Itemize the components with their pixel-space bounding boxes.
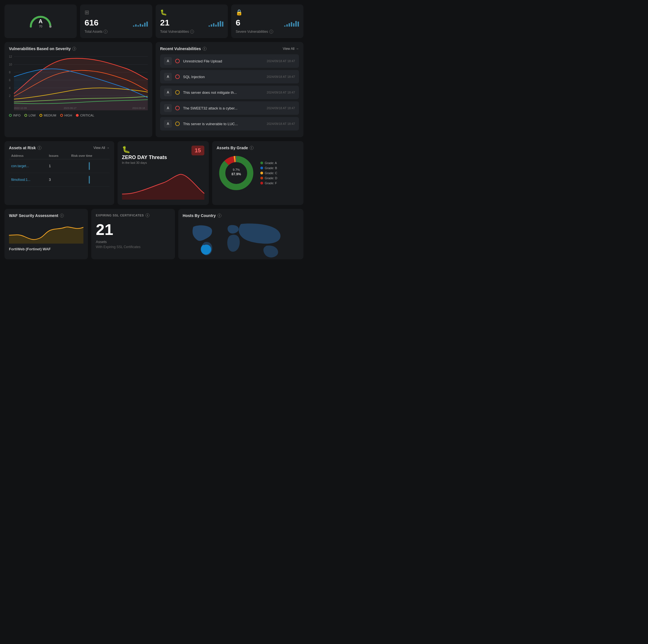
grade-gauge: A 70 [28,13,53,29]
ssl-title: EXPIRING SSL CERTIFICATES i [96,213,170,217]
spark-bar [142,24,143,27]
assets-grade-title: Assets By Grade i [217,146,299,150]
ssl-label: Assets [96,240,170,244]
svg-point-0 [49,26,52,28]
table-row[interactable]: con.target... 1 [9,159,110,173]
severe-value: 6 [236,18,240,28]
asset-issues: 1 [47,159,69,173]
recent-vulns-info-icon[interactable]: i [203,47,207,51]
top-metrics-row: A 70 ⊞ 616 Total Assets [4,4,304,38]
critical-label: CRITICAL [80,114,94,117]
assets-sparkline [133,19,148,27]
severe-info-icon[interactable]: i [269,30,273,34]
spark-bar [133,26,134,27]
vulns-value: 21 [160,18,169,28]
waf-info-icon[interactable]: i [60,214,64,217]
grade-card: A 70 [4,4,77,38]
grade-dot-b [260,166,263,169]
second-row: Vulnerabilities Based on Severity i 12 1… [4,42,304,137]
spark-bar [291,22,292,27]
vuln-time: 2024/09/18 AT 18:47 [267,91,295,94]
waf-chart [9,221,84,244]
svg-text:2022-12-09: 2022-12-09 [14,107,27,109]
assets-value: 616 [85,18,99,28]
total-vulns-card: 🐛 21 Total Vulnerabilities i [156,4,228,38]
vuln-time: 2024/09/18 AT 18:47 [267,59,295,63]
col-issues: Issues [47,152,69,159]
svg-text:12: 12 [9,55,12,58]
table-row[interactable]: filmofood:1... 3 [9,173,110,187]
vuln-chart-svg: 12 10 8 6 4 2 [9,54,148,110]
spark-bar [298,21,299,27]
spark-bar [215,24,217,27]
vuln-item[interactable]: A SQL Injection 2024/09/18 AT 18:47 [160,70,299,84]
vuln-badge: A [164,120,172,128]
grade-score: 70 [39,24,42,28]
vuln-badge: A [164,104,172,112]
grade-legend-d: Grade: D [260,177,277,180]
waf-card: WAF Security Assessment i FortiWeb (Fort… [4,209,88,259]
legend-high: HIGH [60,114,72,117]
assets-view-all-button[interactable]: View All → [94,146,110,150]
vuln-chart-info-icon[interactable]: i [72,47,76,51]
vuln-time: 2024/09/18 AT 18:47 [267,75,295,79]
legend-dot-low [24,114,27,117]
vuln-name: This server does not mitigate th... [183,90,263,95]
assets-at-risk-card: Assets at Risk i View All → Address Issu… [4,141,114,205]
grade-legend-a: Grade: A [260,161,277,165]
asset-issues: 3 [47,173,69,187]
vulns-info-icon[interactable]: i [190,30,194,34]
assets-at-risk-header: Assets at Risk i View All → [9,146,110,150]
grade-legend-c: Grade: C [260,171,277,175]
legend-medium: MEDIUM [40,114,56,117]
world-map-svg [183,221,299,258]
vuln-item[interactable]: A This server is vulnerable to LUC... 20… [160,117,299,131]
vuln-line-chart: 12 10 8 6 4 2 [9,54,148,110]
vuln-chart-title: Vulnerabilities Based on Severity i [9,47,148,51]
country-info-icon[interactable]: i [217,214,221,217]
svg-text:2: 2 [9,94,11,97]
assets-grade-info-icon[interactable]: i [250,146,254,150]
vuln-item[interactable]: A The SWEET32 attack is a cyber... 2024/… [160,101,299,115]
recent-vulns-title: Recent Vulnerabilities i [160,47,207,51]
vuln-badge: A [164,57,172,65]
vulns-metric-top: 21 [160,18,223,28]
assets-at-risk-title: Assets at Risk i [9,146,42,150]
svg-text:10: 10 [9,63,12,66]
ssl-info-icon[interactable]: i [146,213,150,217]
ssl-card: EXPIRING SSL CERTIFICATES i 21 Assets Wi… [91,209,175,259]
donut-container: 9.7% 87.9% Grade: A Grade: B Grade: C [217,153,299,193]
vuln-item[interactable]: A Unrestricted File Upload 2024/09/18 AT… [160,54,299,68]
vulns-label: Total Vulnerabilities i [160,30,223,34]
spark-bar [146,21,148,27]
risk-bar [89,176,90,184]
zero-day-chart [122,169,204,200]
vuln-name: The SWEET32 attack is a cyber... [183,106,263,110]
assets-info-icon[interactable]: i [104,30,107,34]
vuln-item[interactable]: A This server does not mitigate th... 20… [160,86,299,99]
severe-sparkline [284,19,299,27]
view-all-button[interactable]: View All → [283,47,299,51]
asset-address[interactable]: con.target... [11,164,29,168]
legend-dot-critical [76,114,79,117]
severity-icon-high [175,106,180,110]
zero-day-count: 15 [192,146,204,155]
ssl-sublabel: With Expiring SSL Certificates [96,245,170,249]
severe-vulns-card: 🔒 6 Severe Vulnerabilities i [231,4,304,38]
legend-info: INFO [9,114,20,117]
assets-by-grade-card: Assets By Grade i 9.7% [212,141,304,205]
assets-icon: ⊞ [85,9,148,16]
donut-chart-svg: 9.7% 87.9% [217,153,256,193]
severity-icon-critical [175,59,180,63]
spark-bar [217,22,219,27]
severe-icon: 🔒 [236,9,299,16]
legend-low: LOW [24,114,36,117]
assets-metric-top: 616 [85,18,148,28]
vuln-badge: A [164,73,172,81]
grade-dot-f [260,182,263,185]
total-assets-card: ⊞ 616 Total Assets i [80,4,152,38]
spark-bar [284,26,285,27]
assets-risk-info-icon[interactable]: i [38,146,42,150]
asset-address[interactable]: filmofood:1... [11,178,31,182]
spark-bar [211,24,212,27]
